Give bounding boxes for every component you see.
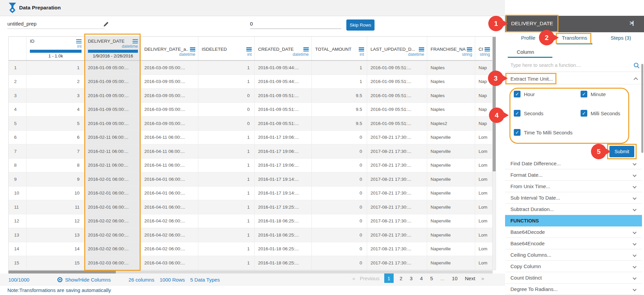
- hamburger-icon[interactable]: [485, 47, 490, 51]
- table-cell[interactable]: 2016-04-01 06:00:...: [141, 172, 198, 186]
- column-header-ID[interactable]: ID int 1 - 1.0k: [27, 37, 85, 60]
- table-cell[interactable]: 2016-01-18 06:25:...: [255, 214, 312, 228]
- column-header-DELIVERY_DATE[interactable]: DELIVERY_DATE datetime 1/9/2016 - 2/26/2…: [85, 37, 141, 60]
- table-row[interactable]: 772016-02-11 06:00:...2016-04-11 06:00:.…: [9, 144, 492, 159]
- column-header-DELIVERY_DATE_a...[interactable]: DELIVERY_DATE_a... datetime: [141, 37, 198, 60]
- table-cell[interactable]: Nap: [475, 75, 493, 89]
- table-cell[interactable]: Lom: [475, 159, 493, 172]
- edit-pencil-icon[interactable]: [103, 21, 109, 29]
- page-4[interactable]: 4: [418, 276, 424, 281]
- hamburger-icon[interactable]: [303, 47, 309, 51]
- table-cell[interactable]: 2016-04-02 06:00:...: [141, 228, 198, 242]
- table-cell[interactable]: 0: [198, 117, 255, 130]
- table-cell[interactable]: 2016-01-09 05:51:...: [255, 117, 312, 130]
- table-cell[interactable]: 1: [198, 228, 255, 242]
- table-cell[interactable]: Naperville: [427, 242, 475, 256]
- table-cell[interactable]: 0: [198, 103, 255, 117]
- table-cell[interactable]: Lom: [475, 172, 493, 186]
- checkbox-Hour[interactable]: ✓ Hour: [514, 91, 535, 97]
- hamburger-icon[interactable]: [467, 47, 472, 51]
- table-cell[interactable]: 2016-01-17 19:14:...: [255, 186, 312, 200]
- column-header-TOTAL_AMOUNT[interactable]: TOTAL_AMOUNT int: [312, 37, 367, 60]
- table-row[interactable]: 222016-01-09 05:00:...2016-03-09 05:00:.…: [9, 75, 492, 89]
- table-cell[interactable]: 15: [27, 256, 85, 270]
- table-cell[interactable]: 2016-01-09 05:00:...: [85, 117, 141, 130]
- previous-page-button[interactable]: Previous: [360, 276, 379, 281]
- table-cell[interactable]: 2016-01-09 05:51:...: [255, 89, 312, 102]
- function-item[interactable]: Base64Encode: [505, 238, 642, 249]
- hamburger-icon[interactable]: [190, 47, 195, 51]
- table-cell[interactable]: Nap: [475, 89, 493, 102]
- prep-name-input[interactable]: [7, 21, 105, 29]
- table-row[interactable]: 442016-01-09 05:00:...2016-03-09 05:00:.…: [9, 103, 492, 117]
- table-cell[interactable]: 2016-01-17 19:25:...: [255, 200, 312, 214]
- table-cell[interactable]: Lom: [475, 256, 493, 270]
- table-cell[interactable]: Nap: [475, 61, 493, 75]
- table-cell[interactable]: Naples: [427, 103, 475, 117]
- column-header-CITY[interactable]: CITY string: [475, 37, 493, 60]
- table-cell[interactable]: 2016-01-09 05:00:...: [85, 89, 141, 102]
- checkbox-Seconds[interactable]: ✓ Seconds: [514, 110, 543, 117]
- table-cell[interactable]: 2016-01-17 19:06:...: [255, 144, 312, 158]
- table-cell[interactable]: Nap: [475, 117, 493, 130]
- checkbox-checked-icon[interactable]: ✓: [514, 129, 521, 136]
- table-cell[interactable]: 2017-08-21 17:30:...: [367, 228, 427, 242]
- table-cell[interactable]: 2016-04-11 06:00:...: [141, 159, 198, 172]
- column-header-LAST_UPDATED_D...[interactable]: LAST_UPDATED_D... datetime: [367, 37, 427, 60]
- table-cell[interactable]: 2017-08-21 17:30:...: [367, 131, 427, 144]
- table-cell[interactable]: 2016-01-09 05:51:...: [367, 61, 427, 75]
- table-cell[interactable]: 9: [27, 172, 85, 186]
- table-cell[interactable]: 1: [198, 256, 255, 270]
- table-cell[interactable]: Naples: [427, 61, 475, 75]
- function-search-input[interactable]: [510, 62, 628, 68]
- hamburger-icon[interactable]: [419, 47, 424, 51]
- skip-rows-input[interactable]: [250, 21, 341, 29]
- table-cell[interactable]: Nap: [475, 103, 493, 117]
- table-cell[interactable]: 2016-01-09 05:51:...: [367, 89, 427, 102]
- table-cell[interactable]: 1: [198, 214, 255, 228]
- page-1[interactable]: 1: [384, 273, 394, 283]
- table-cell[interactable]: 10: [27, 186, 85, 200]
- table-cell[interactable]: 2016-03-09 05:00:...: [141, 75, 198, 89]
- function-item[interactable]: Count Distinct: [505, 272, 642, 284]
- hamburger-icon[interactable]: [76, 39, 82, 43]
- table-cell[interactable]: 2017-08-21 17:30:...: [367, 214, 427, 228]
- function-item[interactable]: Base64Decode: [505, 226, 642, 238]
- table-row[interactable]: 12122016-02-02 06:00:...2016-04-02 06:00…: [9, 214, 492, 228]
- page-3[interactable]: 3: [408, 276, 414, 281]
- table-row[interactable]: 662016-02-11 06:00:...2016-04-11 06:00:.…: [9, 131, 492, 145]
- table-cell[interactable]: 4: [27, 103, 85, 117]
- table-cell[interactable]: Naples: [427, 75, 475, 89]
- table-cell[interactable]: 0: [312, 144, 367, 158]
- table-cell[interactable]: Lom: [475, 186, 493, 200]
- table-cell[interactable]: 2016-02-11 06:00:...: [85, 144, 141, 158]
- checkbox-checked-icon[interactable]: ✓: [514, 91, 521, 97]
- table-cell[interactable]: 1: [198, 61, 255, 75]
- skip-rows-button[interactable]: Skip Rows: [346, 19, 375, 31]
- table-cell[interactable]: 6: [27, 131, 85, 144]
- table-cell[interactable]: 0: [312, 172, 367, 186]
- next-page-button[interactable]: Next: [463, 276, 477, 281]
- table-cell[interactable]: 5: [27, 117, 85, 130]
- table-cell[interactable]: Lom: [475, 200, 493, 214]
- table-cell[interactable]: Lom: [475, 144, 493, 158]
- table-cell[interactable]: 1: [198, 144, 255, 158]
- table-row[interactable]: 112016-01-09 05:00:...2016-03-09 05:00:.…: [9, 61, 492, 75]
- table-cell[interactable]: 9.5: [312, 103, 367, 117]
- table-cell[interactable]: 0: [312, 200, 367, 214]
- table-cell[interactable]: Naperville: [427, 256, 475, 270]
- column-header-ISDELETED[interactable]: ISDELETED int: [198, 37, 255, 60]
- table-cell[interactable]: Naperville: [427, 144, 475, 158]
- table-cell[interactable]: 9.5: [312, 117, 367, 130]
- table-cell[interactable]: 2016-01-17 19:14:...: [255, 172, 312, 186]
- table-cell[interactable]: 2016-02-02 06:00:...: [85, 242, 141, 256]
- table-cell[interactable]: 0: [312, 186, 367, 200]
- tab-Transforms[interactable]: Transforms: [551, 32, 598, 44]
- table-cell[interactable]: 2016-01-09 05:00:...: [85, 103, 141, 117]
- accordion-item[interactable]: Sub Interval To Date...: [505, 192, 642, 204]
- next-page-icon[interactable]: »: [481, 276, 484, 281]
- row-count-link[interactable]: 100/1000: [8, 277, 30, 283]
- accordion-item[interactable]: Subtract Duration...: [505, 204, 642, 215]
- checkbox-Minute[interactable]: ✓ Minute: [581, 91, 606, 97]
- table-cell[interactable]: Naperville: [427, 131, 475, 144]
